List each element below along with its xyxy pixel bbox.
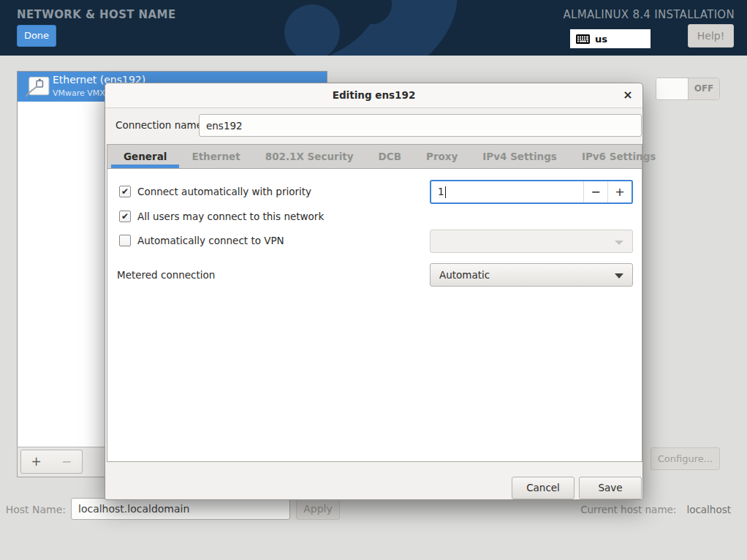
tab-ipv6-settings[interactable]: IPv6 Settings <box>569 145 669 168</box>
tab-dcb[interactable]: DCB <box>366 145 414 168</box>
metered-connection-value: Automatic <box>439 264 490 286</box>
device-on-off-switch[interactable]: OFF <box>656 77 720 100</box>
switch-off-label: OFF <box>689 78 719 99</box>
tab-proxy[interactable]: Proxy <box>414 145 470 168</box>
done-button[interactable]: Done <box>17 25 56 47</box>
text-cursor <box>445 186 446 198</box>
tab-general[interactable]: General <box>111 145 179 168</box>
priority-value[interactable]: 1 <box>431 181 583 203</box>
connection-name-label: Connection name <box>115 114 202 137</box>
current-hostname: Current host name:localhost <box>580 504 731 515</box>
priority-spinbutton[interactable]: 1 − + <box>430 180 633 204</box>
connect-automatically-checkbox[interactable]: ✔ <box>119 186 131 197</box>
spin-plus-button[interactable]: + <box>607 181 632 203</box>
save-button[interactable]: Save <box>579 477 642 499</box>
keyboard-layout-indicator[interactable]: us <box>570 29 651 48</box>
tab-8021x-security[interactable]: 802.1X Security <box>253 145 366 168</box>
chevron-down-icon <box>615 241 623 245</box>
all-users-checkbox[interactable]: ✔ <box>119 211 131 222</box>
metered-connection-dropdown[interactable]: Automatic <box>430 263 633 287</box>
add-device-button[interactable]: + <box>20 450 52 474</box>
current-hostname-label: Current host name: <box>580 504 676 515</box>
settings-notebook: General Ethernet 802.1X Security DCB Pro… <box>107 144 642 462</box>
remove-device-button[interactable]: − <box>51 450 83 474</box>
connect-automatically-label: Connect automatically with priority <box>137 186 311 197</box>
help-button[interactable]: Help! <box>688 24 734 48</box>
cancel-button[interactable]: Cancel <box>512 477 575 499</box>
connect-automatically-row: ✔ Connect automatically with priority <box>119 186 311 197</box>
switch-knob <box>656 78 689 99</box>
metered-connection-label: Metered connection <box>117 269 215 281</box>
keyboard-layout-label: us <box>595 34 607 45</box>
keyboard-icon <box>576 34 590 44</box>
hostname-label: Host Name: <box>0 504 66 515</box>
auto-vpn-label: Automatically connect to VPN <box>137 235 284 246</box>
hostname-input[interactable] <box>71 498 290 520</box>
tab-bar: General Ethernet 802.1X Security DCB Pro… <box>107 145 642 169</box>
configure-button[interactable]: Configure... <box>651 447 720 470</box>
dialog-titlebar: Editing ens192 × <box>105 83 642 108</box>
auto-vpn-checkbox[interactable] <box>119 235 131 246</box>
installation-header: NETWORK & HOST NAME Done ALMALINUX 8.4 I… <box>0 0 747 56</box>
tab-ipv4-settings[interactable]: IPv4 Settings <box>470 145 569 168</box>
edit-connection-dialog: Editing ens192 × Connection name General… <box>105 83 643 500</box>
apply-button[interactable]: Apply <box>296 498 340 520</box>
dialog-title: Editing ens192 <box>105 83 642 107</box>
chevron-down-icon <box>615 273 623 279</box>
all-users-row: ✔ All users may connect to this network <box>119 211 324 222</box>
ethernet-icon <box>25 77 50 97</box>
connection-name-input[interactable] <box>199 114 642 137</box>
all-users-label: All users may connect to this network <box>137 211 324 222</box>
product-title: ALMALINUX 8.4 INSTALLATION <box>564 8 735 21</box>
tab-ethernet[interactable]: Ethernet <box>179 145 252 168</box>
vpn-connection-dropdown <box>430 230 633 253</box>
auto-vpn-row: Automatically connect to VPN <box>119 235 284 246</box>
general-tab-page: ✔ Connect automatically with priority ✔ … <box>107 170 642 461</box>
spin-minus-button[interactable]: − <box>583 181 607 203</box>
current-hostname-value: localhost <box>686 504 731 515</box>
spoke-title: NETWORK & HOST NAME <box>17 8 176 21</box>
device-description: VMware VMXN <box>53 88 111 98</box>
close-icon[interactable]: × <box>620 83 636 108</box>
